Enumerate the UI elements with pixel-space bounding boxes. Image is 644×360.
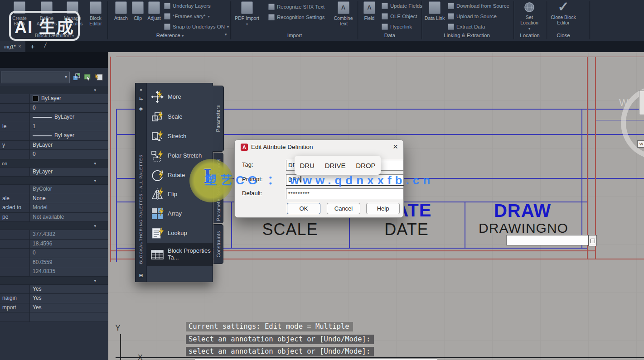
frames-vary-dropdown[interactable]: *Frames vary* ▾: [164, 13, 210, 19]
update-fields-button[interactable]: Update Fields: [382, 3, 422, 9]
command-prompt-line[interactable]: select an annotation object or [Undo/Mod…: [186, 347, 374, 356]
property-value[interactable]: Not available: [30, 213, 108, 222]
property-row-position-z: 0: [0, 249, 108, 258]
snap-to-underlays-dropdown[interactable]: Snap to Underlays ON ▾: [164, 24, 229, 30]
properties-section-3d[interactable]: on▾: [0, 159, 108, 168]
new-tab-button[interactable]: +: [28, 42, 37, 51]
property-value[interactable]: 124.0835: [30, 267, 108, 276]
property-row-linetype: ByLayer: [0, 113, 108, 122]
cancel-button[interactable]: Cancel: [327, 203, 360, 214]
property-value[interactable]: 0: [30, 150, 108, 159]
toggle-pickadd-button[interactable]: [72, 72, 82, 82]
attach-button[interactable]: Attach: [111, 1, 131, 21]
palette-item-array[interactable]: Array: [147, 204, 213, 223]
palette-grid-icon[interactable]: ⊞: [136, 273, 146, 278]
recognize-shx-button[interactable]: Recognize SHX Text: [268, 4, 324, 10]
set-location-button[interactable]: Set Location ▾: [517, 1, 542, 31]
suggestion-drive[interactable]: DRIVE: [325, 162, 346, 169]
property-value[interactable]: ByLayer: [30, 94, 108, 103]
underlay-layers-button[interactable]: Underlay Layers: [164, 3, 211, 9]
property-value[interactable]: ByLayer: [30, 131, 108, 140]
adjust-button[interactable]: Adjust: [145, 1, 163, 21]
property-label: [0, 113, 30, 122]
quick-select-button[interactable]: [94, 72, 104, 82]
property-row-misc-3: mport Yes: [0, 303, 108, 313]
palette-item-label: Stretch: [168, 133, 186, 140]
palette-item-stretch[interactable]: Stretch: [147, 127, 213, 146]
data-link-label: Data Link: [425, 15, 445, 21]
panel-expand-icon[interactable]: ▾: [225, 32, 227, 37]
chevron-down-icon: ▾: [246, 22, 248, 26]
clip-button[interactable]: Clip: [131, 1, 145, 21]
palette-item-lookup[interactable]: Lookup: [147, 224, 213, 243]
field-button[interactable]: A Field: [360, 1, 379, 21]
close-tab-icon[interactable]: ×: [19, 44, 21, 49]
combine-text-button[interactable]: A Combine Text: [331, 1, 356, 26]
properties-section-general[interactable]: ▾: [0, 86, 108, 94]
property-value[interactable]: 0: [30, 104, 108, 113]
property-value[interactable]: None: [30, 194, 108, 203]
palette-tab-constraints[interactable]: Constraints: [213, 224, 223, 264]
viewcube-mini-badge[interactable]: W: [637, 140, 644, 148]
ok-button[interactable]: OK: [287, 203, 320, 214]
download-from-source-button[interactable]: Download from Source: [448, 3, 509, 9]
property-value[interactable]: Yes: [30, 294, 108, 303]
palette-settings-icon[interactable]: ∗: [136, 105, 146, 112]
hyperlink-button[interactable]: Hyperlink: [382, 24, 412, 30]
property-value[interactable]: 18.4596: [30, 240, 108, 249]
collapse-arrow-icon: ▾: [94, 277, 96, 285]
close-block-editor-button[interactable]: ✓ Close Block Editor: [549, 0, 577, 25]
property-value[interactable]: ByLayer: [30, 141, 108, 150]
property-value[interactable]: ByLayer: [30, 113, 108, 122]
title-block-vline: [581, 109, 582, 248]
block-editor-button[interactable]: Block Editor: [85, 1, 106, 26]
palette-tab-parameters[interactable]: Parameters: [213, 86, 224, 152]
palette-item-block-properties-table[interactable]: Block Properties Ta...: [147, 243, 213, 266]
panel-label-import[interactable]: Import: [256, 31, 333, 40]
close-icon[interactable]: ×: [393, 142, 398, 152]
help-button[interactable]: Help: [366, 203, 400, 214]
draw-attribute-tag: DRAW: [486, 201, 559, 221]
drawing-file-tab[interactable]: ing1* ×: [0, 41, 25, 52]
data-link-button[interactable]: Data Link: [424, 1, 445, 21]
property-value[interactable]: Yes: [30, 285, 108, 294]
close-icon[interactable]: ×: [136, 87, 146, 93]
upload-to-source-button[interactable]: Upload to Source: [448, 13, 497, 19]
default-input[interactable]: *********: [286, 188, 404, 199]
upload-to-source-icon: [448, 13, 454, 19]
panel-label-close[interactable]: Close: [546, 31, 581, 40]
property-value[interactable]: 60.0559: [30, 258, 108, 267]
property-value[interactable]: ByLayer: [30, 168, 108, 177]
properties-section-misc[interactable]: ▾: [0, 277, 108, 285]
sheet-border-left: [110, 57, 111, 262]
viewcube-face[interactable]: [639, 91, 644, 115]
inplace-text-editor[interactable]: [506, 235, 589, 245]
recognition-settings-button[interactable]: Recognition Settings: [268, 14, 324, 20]
properties-section-geometry[interactable]: ▾: [0, 222, 108, 230]
autohide-icon[interactable]: ⇆: [136, 96, 146, 101]
panel-label-location[interactable]: Location: [513, 31, 546, 40]
panel-label-reference[interactable]: Reference ▾: [131, 31, 208, 40]
property-value[interactable]: 1: [30, 122, 108, 131]
pdf-import-button[interactable]: PDF Import ▾: [235, 1, 259, 26]
properties-section-plot[interactable]: ▾: [0, 177, 108, 185]
property-value[interactable]: Model: [30, 203, 108, 212]
property-label: [0, 94, 30, 103]
viewcube-west-label[interactable]: W: [619, 97, 629, 109]
panel-label-linking-extraction[interactable]: Linking & Extraction: [428, 31, 505, 40]
inplace-editor-button[interactable]: [588, 235, 597, 246]
ole-object-button[interactable]: OLE Object: [382, 13, 417, 19]
command-input-bar[interactable]: [195, 358, 437, 360]
property-value[interactable]: 0: [30, 249, 108, 258]
palette-item-scale[interactable]: Scale: [147, 107, 213, 126]
palette-item-more[interactable]: More: [147, 87, 213, 106]
select-objects-button[interactable]: [83, 72, 93, 82]
extract-data-button[interactable]: Extract Data: [448, 24, 485, 30]
property-value[interactable]: ByColor: [30, 185, 108, 194]
object-type-combobox[interactable]: ▾: [1, 72, 70, 83]
panel-label-data[interactable]: Data: [351, 31, 428, 40]
suggestion-dru[interactable]: DRU: [300, 162, 315, 169]
property-value[interactable]: 377.4382: [30, 230, 108, 239]
property-value[interactable]: Yes: [30, 303, 108, 312]
suggestion-drop[interactable]: DROP: [356, 162, 375, 169]
